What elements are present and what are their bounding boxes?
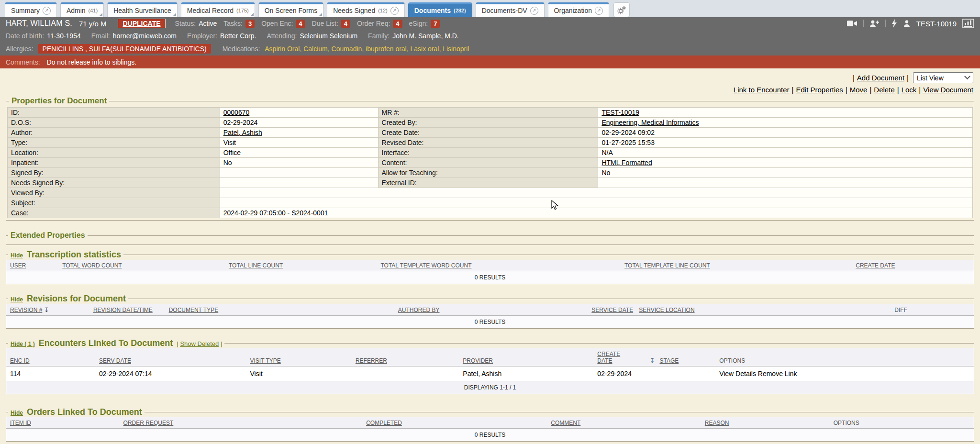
tab-label: Organization: [554, 7, 592, 14]
property-label: Create Date:: [378, 128, 598, 138]
sort-header[interactable]: REVISION DATE/TIME: [93, 307, 153, 313]
sort-header[interactable]: CREATE: [597, 351, 620, 357]
allergies-badge[interactable]: PENICILLINS , SULFA(SULFONAMIDE ANTIBIOT…: [38, 44, 211, 54]
sort-header[interactable]: USER: [10, 262, 26, 269]
content-format-link[interactable]: HTML Formatted: [601, 159, 652, 166]
sort-header[interactable]: DOCUMENT TYPE: [169, 307, 219, 313]
property-label: Content:: [378, 158, 598, 168]
sort-direction-icon[interactable]: ↧: [44, 306, 49, 313]
hide-link[interactable]: Hide ( 1 ): [11, 341, 35, 347]
created-by-link[interactable]: Engineering, Medical Informatics: [601, 119, 699, 126]
transcription-table: USER TOTAL WORD COUNT TOTAL LINE COUNT T…: [6, 260, 974, 284]
show-deleted-link[interactable]: Show Deleted: [180, 340, 219, 347]
popout-icon[interactable]: ↗: [43, 7, 51, 15]
link-to-encounter-link[interactable]: Link to Encounter: [734, 86, 790, 94]
sort-header[interactable]: TOTAL WORD COUNT: [62, 262, 122, 269]
sort-header[interactable]: REASON: [705, 420, 729, 426]
edit-properties-link[interactable]: Edit Properties: [796, 86, 843, 94]
popout-icon[interactable]: ↗: [530, 7, 538, 15]
lock-link[interactable]: Lock: [902, 86, 917, 94]
sort-header[interactable]: SERVICE DATE: [591, 307, 633, 313]
property-value: Visit: [220, 138, 378, 148]
sort-header[interactable]: TOTAL TEMPLATE WORD COUNT: [380, 262, 471, 269]
column-header: VISIT TYPE: [248, 348, 353, 366]
due-list-count-badge[interactable]: 4: [341, 20, 350, 28]
divider: [863, 20, 864, 27]
settings-button[interactable]: [613, 2, 630, 17]
flowsheet-chart-icon[interactable]: [962, 19, 974, 28]
tab-label: Medical Record: [187, 7, 234, 14]
order-req-stat: Order Req: 4: [357, 20, 402, 28]
move-link[interactable]: Move: [850, 86, 868, 94]
sort-header[interactable]: TOTAL LINE COUNT: [229, 262, 283, 269]
popout-icon[interactable]: ↗: [595, 7, 603, 15]
sort-header[interactable]: PROVIDER: [463, 357, 493, 364]
sort-header[interactable]: AUTHORED BY: [398, 307, 440, 313]
tab-needs-signed[interactable]: Needs Signed (12) ↗: [327, 2, 405, 17]
section-title: Orders Linked To Document: [27, 407, 142, 417]
sort-header[interactable]: SERV DATE: [99, 357, 131, 364]
table-header-row: USER TOTAL WORD COUNT TOTAL LINE COUNT T…: [6, 260, 974, 271]
video-camera-icon[interactable]: [847, 20, 858, 27]
property-value: 02-29-2024 09:02: [598, 128, 973, 138]
sort-header[interactable]: COMPLETED: [366, 420, 402, 426]
document-content: | Add Document | List View Link to Encou…: [0, 68, 980, 442]
table-row: D.O.S: 02-29-2024 Created By: Engineerin…: [8, 118, 973, 128]
document-id-link[interactable]: 0000670: [223, 109, 250, 116]
tab-admin[interactable]: Admin (41): [60, 2, 104, 17]
tab-documents[interactable]: Documents (282): [408, 2, 472, 17]
sort-header[interactable]: TOTAL TEMPLATE LINE COUNT: [624, 262, 710, 269]
open-enc-count-badge[interactable]: 4: [296, 20, 305, 28]
separator: |: [177, 340, 178, 347]
separator: |: [907, 74, 909, 82]
view-document-link[interactable]: View Document: [923, 86, 973, 94]
sort-header[interactable]: COMMENT: [551, 420, 580, 426]
hide-link[interactable]: Hide: [11, 296, 23, 303]
hide-link[interactable]: Hide: [11, 252, 23, 259]
sort-header[interactable]: VISIT TYPE: [250, 357, 280, 364]
tab-health-surveillance[interactable]: Health Surveillance: [107, 2, 178, 17]
sort-header[interactable]: REFERRER: [356, 357, 387, 364]
add-document-link[interactable]: Add Document: [857, 74, 904, 82]
property-label: Case:: [8, 208, 220, 218]
lightning-bolt-icon[interactable]: [891, 19, 897, 28]
sort-header[interactable]: REVISION #: [10, 307, 42, 313]
remove-link[interactable]: Remove Link: [758, 370, 797, 377]
tasks-count-badge[interactable]: 3: [245, 20, 255, 28]
tab-summary[interactable]: Summary ↗: [5, 2, 57, 17]
add-person-icon[interactable]: [869, 20, 880, 28]
tab-organization[interactable]: Organization ↗: [548, 2, 609, 17]
sort-header[interactable]: CREATE DATE: [856, 262, 895, 269]
esign-count-badge[interactable]: 7: [431, 20, 440, 28]
patient-header-bar: HART, WILLIAM S. 71 y/o M DUPLICATE Stat…: [0, 17, 980, 30]
view-details-link[interactable]: View Details: [719, 370, 756, 377]
popout-icon[interactable]: ↗: [390, 7, 399, 15]
author-link[interactable]: Patel, Ashish: [223, 129, 262, 136]
tab-medical-record[interactable]: Medical Record (175): [181, 2, 255, 17]
sort-header[interactable]: SERVICE LOCATION: [639, 307, 694, 313]
provider-cell: Patel, Ashish: [461, 366, 595, 381]
employer-value: Better Corp.: [220, 32, 256, 40]
sort-direction-icon[interactable]: ↧: [650, 357, 655, 364]
hide-link[interactable]: Hide: [11, 410, 23, 416]
sort-header[interactable]: ENC ID: [10, 357, 30, 364]
sort-header[interactable]: DATE: [597, 357, 612, 364]
property-label: Created By:: [378, 118, 598, 128]
sort-header[interactable]: ORDER REQUEST: [123, 420, 174, 426]
family-field: Family: John M. Sample, M.D.: [368, 32, 459, 40]
view-mode-select[interactable]: List View: [913, 72, 973, 83]
delete-link[interactable]: Delete: [874, 86, 894, 94]
table-header-row: ITEM ID ORDER REQUEST COMPLETED COMMENT …: [6, 417, 974, 429]
patient-status: Status: Active: [175, 20, 217, 27]
encounters-legend: Hide ( 1 ) Encounters Linked To Document…: [8, 338, 224, 348]
order-req-count-badge[interactable]: 4: [393, 20, 402, 28]
sort-header[interactable]: STAGE: [659, 357, 679, 364]
duplicate-flag[interactable]: DUPLICATE: [118, 19, 165, 28]
revisions-table: REVISION # ↧ REVISION DATE/TIME DOCUMENT…: [6, 304, 974, 328]
tab-on-screen-forms[interactable]: On Screen Forms: [258, 2, 323, 17]
sort-header[interactable]: ITEM ID: [10, 420, 31, 426]
table-header-row: REVISION # ↧ REVISION DATE/TIME DOCUMENT…: [6, 304, 974, 316]
mr-number-link[interactable]: TEST-10019: [601, 109, 639, 116]
person-icon[interactable]: [903, 20, 911, 27]
tab-documents-dv[interactable]: Documents-DV ↗: [476, 2, 545, 17]
